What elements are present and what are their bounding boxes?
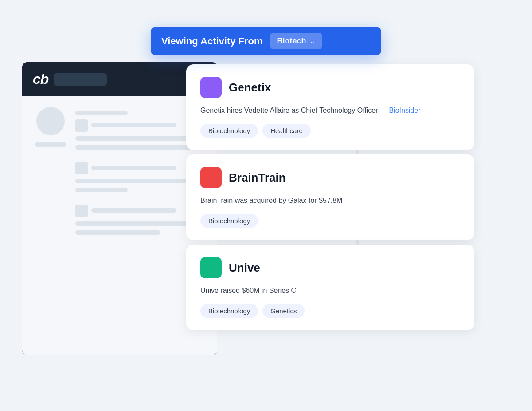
genetix-source-link[interactable]: BioInsider: [389, 107, 420, 114]
chevron-down-icon: ⌄: [310, 38, 315, 45]
genetix-company-name: Genetix: [229, 81, 271, 95]
cb-block-1: [75, 119, 88, 132]
braintrain-card-header: BrainTrain: [200, 167, 460, 188]
genetix-description: Genetix hires Vedette Allaire as Chief T…: [200, 105, 460, 116]
cb-left-column: [33, 107, 68, 347]
braintrain-tags: Biotechnology: [200, 214, 460, 228]
genetix-card: Genetix Genetix hires Vedette Allaire as…: [186, 64, 474, 150]
genetix-card-header: Genetix: [200, 77, 460, 98]
tag-biotechnology-1[interactable]: Biotechnology: [200, 124, 258, 138]
tag-biotechnology-2[interactable]: Biotechnology: [200, 214, 258, 228]
viewing-activity-label: Viewing Activity From: [161, 36, 263, 47]
tag-biotechnology-3[interactable]: Biotechnology: [200, 304, 258, 318]
cb-line-8: [91, 208, 176, 213]
viewing-activity-banner: Viewing Activity From Biotech ⌄: [151, 27, 381, 55]
genetix-description-text: Genetix hires Vedette Allaire as Chief T…: [200, 107, 389, 114]
cb-block-2: [75, 162, 88, 174]
braintrain-card: BrainTrain BrainTrain was acquired by Ga…: [186, 154, 474, 240]
cb-block-3: [75, 205, 88, 217]
cb-line-5: [91, 166, 176, 170]
cb-line-2: [91, 123, 176, 127]
cb-name-placeholder: [35, 142, 66, 147]
unive-tags: Biotechnology Genetics: [200, 304, 460, 318]
unive-company-name: Unive: [229, 261, 260, 275]
tag-healthcare-1[interactable]: Healthcare: [262, 124, 311, 138]
braintrain-description-text: BrainTrain was acquired by Galax for $57…: [200, 197, 342, 204]
unive-card-header: Unive: [200, 257, 460, 278]
cb-line-6: [75, 179, 193, 183]
braintrain-company-name: BrainTrain: [229, 171, 286, 185]
braintrain-icon: [200, 167, 222, 188]
cb-line-7: [75, 188, 128, 192]
unive-icon: [200, 257, 222, 278]
genetix-icon: [200, 77, 222, 98]
cb-avatar-placeholder: [36, 107, 65, 135]
biotech-dropdown[interactable]: Biotech ⌄: [270, 33, 322, 49]
cb-search-placeholder: [54, 73, 107, 86]
unive-card: Unive Unive raised $60M in Series C Biot…: [186, 245, 474, 330]
cb-line-10: [75, 230, 160, 235]
unive-description-text: Unive raised $60M in Series C: [200, 287, 296, 294]
cb-line-3: [75, 136, 193, 141]
unive-description: Unive raised $60M in Series C: [200, 285, 460, 296]
activity-cards-area: Genetix Genetix hires Vedette Allaire as…: [186, 64, 474, 330]
cb-line-1: [75, 111, 128, 115]
cb-logo: cb: [33, 71, 48, 87]
tag-genetics-1[interactable]: Genetics: [262, 304, 305, 318]
braintrain-description: BrainTrain was acquired by Galax for $57…: [200, 195, 460, 206]
dropdown-selected-value: Biotech: [277, 36, 306, 46]
genetix-tags: Biotechnology Healthcare: [200, 124, 460, 138]
